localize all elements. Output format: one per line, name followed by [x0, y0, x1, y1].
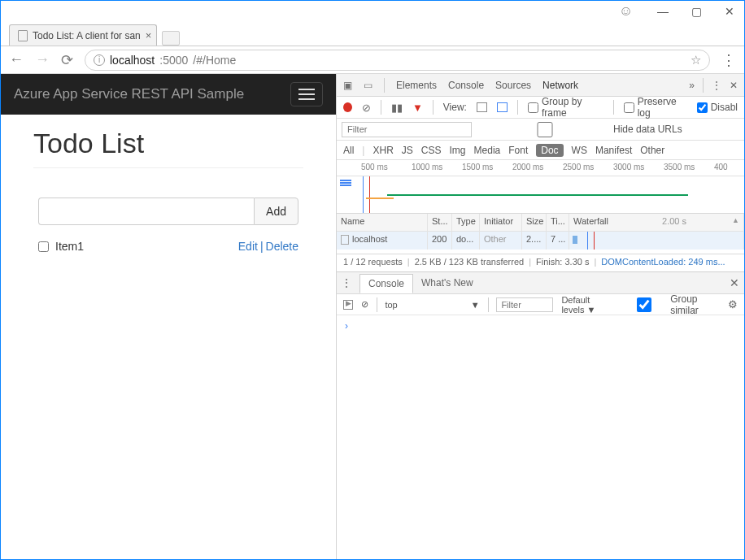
console-sidebar-icon[interactable] [343, 300, 353, 310]
timeline-overview[interactable] [337, 176, 744, 214]
network-status-bar: 1 / 12 requests| 2.5 KB / 123 KB transfe… [337, 254, 744, 272]
url-port: :5000 [159, 54, 188, 67]
menu-toggle-button[interactable] [290, 82, 323, 106]
site-info-icon[interactable]: i [94, 54, 105, 66]
network-table: Name St... Type Initiator Size Ti... Wat… [337, 214, 744, 254]
network-type-filter: All | XHR JS CSS Img Media Font Doc WS M… [337, 141, 744, 160]
tab-elements[interactable]: Elements [396, 80, 437, 91]
type-manifest[interactable]: Manifest [595, 145, 632, 156]
network-filter-row: Hide data URLs [337, 119, 744, 141]
type-img[interactable]: Img [450, 145, 466, 156]
window-maximize-button[interactable]: ▢ [691, 5, 702, 18]
view-large-button[interactable] [477, 102, 487, 112]
filter-icon[interactable]: ▼ [412, 102, 423, 114]
console-toolbar: ⊘ top ▼ Default levels ▼ Group similar ⚙ [337, 294, 744, 315]
item-label: Item1 [55, 240, 84, 253]
type-other[interactable]: Other [640, 145, 664, 156]
table-header[interactable]: Name St... Type Initiator Size Ti... Wat… [337, 214, 744, 232]
network-toolbar: ⊘ ▮▮ ▼ View: Group by frame Preserve log… [337, 97, 744, 119]
tab-console[interactable]: Console [448, 80, 484, 91]
type-js[interactable]: JS [402, 145, 413, 156]
console-filter-input[interactable] [496, 297, 553, 312]
type-media[interactable]: Media [474, 145, 501, 156]
app-navbar: Azure App Service REST API Sample [1, 74, 336, 115]
hide-data-urls-checkbox[interactable]: Hide data URLs [480, 122, 682, 137]
divider [33, 167, 303, 168]
add-button[interactable]: Add [254, 198, 298, 225]
inspect-icon[interactable]: ▣ [343, 80, 352, 91]
user-icon[interactable]: ☺ [619, 3, 633, 20]
window-minimize-button[interactable]: — [657, 5, 669, 18]
delete-link[interactable]: Delete [266, 240, 298, 253]
document-icon [341, 235, 349, 245]
drawer-tab-whatsnew[interactable]: What's New [421, 277, 473, 289]
browser-toolbar: ← → ⟳ i localhost:5000/#/Home ☆ ⋮ [1, 46, 744, 74]
window-titlebar: ☺ — ▢ ✕ [1, 1, 744, 22]
device-icon[interactable]: ▭ [364, 80, 372, 91]
browser-menu-button[interactable]: ⋮ [721, 51, 736, 69]
console-levels-select[interactable]: Default levels ▼ [561, 295, 613, 315]
console-prompt: › [345, 320, 348, 332]
record-button[interactable] [343, 102, 352, 112]
item-checkbox[interactable] [38, 241, 49, 252]
drawer-menu-icon[interactable]: ⋮ [342, 277, 351, 289]
page-viewport: Azure App Service REST API Sample Todo L… [1, 74, 336, 559]
more-tabs-icon[interactable]: » [689, 80, 695, 91]
clear-button[interactable]: ⊘ [362, 102, 371, 114]
group-by-frame-checkbox[interactable]: Group by frame [528, 96, 603, 119]
todo-item: Item1 Edit | Delete [38, 240, 298, 253]
browser-tabstrip: Todo List: A client for san × [1, 22, 744, 46]
devtools-panel: ▣ ▭ Elements Console Sources Network » ⋮… [336, 74, 744, 559]
drawer-close-button[interactable]: ✕ [730, 276, 739, 289]
devtools-close-button[interactable]: ✕ [730, 80, 738, 91]
reload-button[interactable]: ⟳ [61, 51, 73, 69]
tab-network[interactable]: Network [542, 80, 578, 91]
bookmark-icon[interactable]: ☆ [691, 53, 701, 67]
drawer-tab-console[interactable]: Console [359, 274, 413, 293]
type-xhr[interactable]: XHR [372, 145, 393, 156]
back-button[interactable]: ← [9, 51, 24, 68]
table-row[interactable]: localhost 200 do... Other 2.... 7 ... [337, 232, 744, 250]
type-doc[interactable]: Doc [536, 144, 563, 157]
devtools-tabbar: ▣ ▭ Elements Console Sources Network » ⋮… [337, 74, 744, 97]
new-tab-button[interactable] [162, 31, 180, 46]
type-font[interactable]: Font [508, 145, 528, 156]
type-ws[interactable]: WS [572, 145, 587, 156]
separator: | [258, 240, 266, 253]
tab-title: Todo List: A client for san [33, 30, 141, 41]
preserve-log-checkbox[interactable]: Preserve log [624, 96, 687, 119]
tab-sources[interactable]: Sources [495, 80, 531, 91]
console-clear-icon[interactable]: ⊘ [361, 299, 368, 310]
drawer-tabbar: ⋮ Console What's New ✕ [337, 272, 744, 294]
console-context-select[interactable]: top [385, 300, 397, 310]
console-body[interactable]: › [337, 315, 744, 559]
address-bar[interactable]: i localhost:5000/#/Home ☆ [85, 50, 710, 71]
app-brand: Azure App Service REST API Sample [14, 86, 244, 102]
disable-cache-checkbox[interactable]: Disabl [697, 102, 738, 113]
screenshot-icon[interactable]: ▮▮ [391, 102, 403, 114]
timeline-ruler[interactable]: 500 ms 1000 ms 1500 ms 2000 ms 2500 ms 3… [337, 160, 744, 176]
edit-link[interactable]: Edit [238, 240, 258, 253]
browser-tab[interactable]: Todo List: A client for san × [9, 24, 157, 46]
network-filter-input[interactable] [342, 122, 472, 137]
group-similar-checkbox[interactable]: Group similar [621, 293, 717, 316]
new-item-input[interactable] [38, 198, 254, 225]
tab-close-button[interactable]: × [146, 29, 152, 41]
forward-button[interactable]: → [35, 51, 50, 68]
window-close-button[interactable]: ✕ [725, 5, 734, 18]
view-small-button[interactable] [497, 102, 508, 112]
console-settings-icon[interactable]: ⚙ [728, 298, 738, 310]
page-icon [18, 30, 28, 41]
devtools-menu-icon[interactable]: ⋮ [712, 80, 721, 91]
url-path: /#/Home [193, 54, 236, 67]
page-heading: Todo List [33, 128, 303, 159]
url-host: localhost [110, 54, 155, 67]
view-label: View: [443, 102, 467, 113]
type-css[interactable]: CSS [421, 145, 442, 156]
type-all[interactable]: All [343, 145, 354, 156]
